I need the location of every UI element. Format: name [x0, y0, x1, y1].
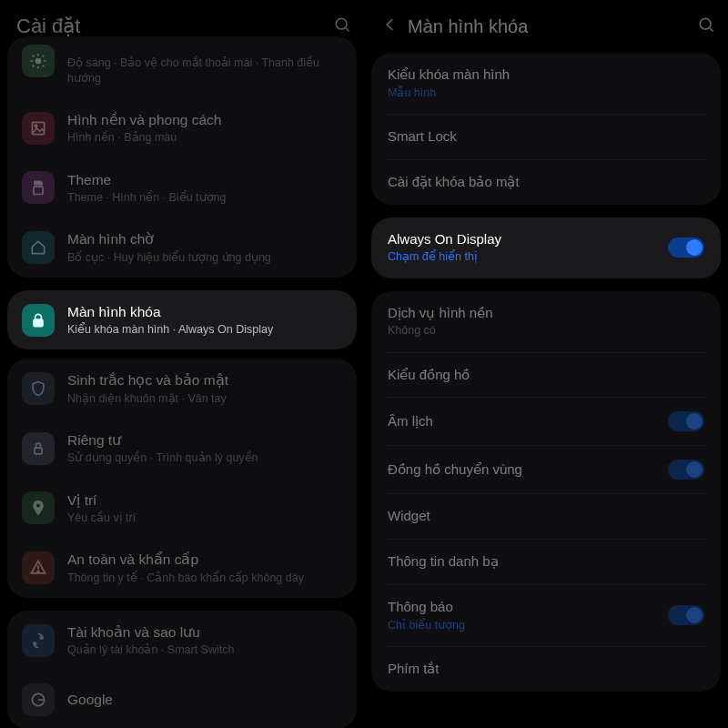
svg-point-18: [37, 571, 39, 572]
svg-point-20: [700, 18, 711, 29]
settings-item-bio[interactable]: Sinh trắc học và bảo mậtNhận diện khuôn …: [7, 359, 357, 419]
item-label: Phím tắt: [388, 661, 704, 678]
home-icon: [22, 231, 55, 264]
wallpaper-icon: [22, 112, 55, 145]
lockscreen-item-aod[interactable]: Always On DisplayChạm để hiển thị: [371, 217, 721, 278]
settings-item-loc[interactable]: Vị tríYêu cầu vị trí: [7, 479, 357, 539]
lockscreen-item-roaming[interactable]: Đồng hồ chuyển vùng: [371, 446, 721, 493]
item-label: Thông tin danh bạ: [388, 553, 704, 571]
item-sublabel: Chạm để hiển thị: [388, 249, 659, 264]
item-label: Sinh trắc học và bảo mật: [67, 371, 342, 389]
item-label: Thông báo: [388, 599, 659, 616]
svg-line-8: [43, 66, 45, 67]
lockscreen-item-notif[interactable]: Thông báoChỉ biểu tượng: [371, 585, 721, 646]
svg-point-12: [35, 125, 37, 127]
settings-item-lock[interactable]: Màn hình khóaKiểu khóa màn hình · Always…: [7, 290, 357, 350]
lockscreen-list: Kiểu khóa màn hìnhMẫu hìnhSmart LockCài …: [364, 53, 728, 692]
aod-toggle[interactable]: [668, 238, 704, 258]
item-label: Đồng hồ chuyển vùng: [388, 461, 659, 479]
goog-icon: [22, 683, 55, 716]
search-icon[interactable]: [329, 15, 351, 37]
lockscreen-item-clockstyle[interactable]: Kiểu đồng hồ: [371, 353, 721, 398]
item-label: Tài khoản và sao lưu: [67, 623, 342, 641]
lock-icon: [22, 304, 55, 337]
settings-item-home[interactable]: Màn hình chờBố cục · Huy hiệu biểu tượng…: [7, 217, 357, 278]
lockscreen-item-contact[interactable]: Thông tin danh bạ: [371, 540, 721, 584]
item-sublabel: Độ sáng · Bảo vệ cho mắt thoải mái · Tha…: [67, 56, 342, 86]
item-sublabel: Yêu cầu vị trí: [67, 511, 342, 525]
lockscreen-item-locktype[interactable]: Kiểu khóa màn hìnhMẫu hình: [371, 53, 721, 114]
page-title: Màn hình khóa: [408, 16, 693, 37]
settings-item-display[interactable]: Màn hìnhĐộ sáng · Bảo vệ cho mắt thoải m…: [7, 36, 357, 98]
theme-icon: [22, 171, 55, 204]
item-sublabel: Quản lý tài khoản · Smart Switch: [67, 642, 342, 657]
settings-pane: Cài đặt Màn hìnhĐộ sáng · Bảo vệ cho mắt…: [0, 0, 364, 728]
svg-line-21: [710, 28, 713, 32]
settings-item-theme[interactable]: ThemeTheme · Hình nền · Biểu tượng: [7, 158, 357, 218]
lockscreen-item-widget[interactable]: Widget: [371, 494, 721, 539]
back-icon[interactable]: [380, 16, 400, 36]
item-sublabel: Chỉ biểu tượng: [388, 618, 659, 632]
svg-rect-13: [34, 187, 43, 194]
item-label: Cài đặt khóa bảo mật: [388, 174, 704, 191]
svg-line-10: [43, 56, 45, 57]
settings-item-wallpaper[interactable]: Hình nền và phong cáchHình nền · Bảng mà…: [7, 98, 357, 158]
item-label: Hình nền và phong cách: [67, 111, 342, 128]
priv-icon: [22, 432, 55, 465]
svg-point-0: [336, 18, 347, 29]
item-sublabel: Kiểu khóa màn hình · Always On Display: [67, 322, 342, 337]
svg-point-2: [35, 58, 42, 65]
svg-line-1: [346, 28, 349, 32]
item-label: Google: [67, 691, 342, 708]
item-sublabel: Theme · Hình nền · Biểu tượng: [67, 190, 342, 205]
item-sublabel: Nhận diện khuôn mặt · Vân tay: [67, 391, 342, 406]
settings-item-goog[interactable]: Google: [7, 671, 357, 729]
settings-item-acct[interactable]: Tài khoản và sao lưuQuản lý tài khoản · …: [7, 611, 357, 671]
item-label: Dịch vụ hình nền: [388, 305, 704, 322]
item-sublabel: Sử dụng quyền · Trình quản lý quyền: [67, 450, 342, 465]
loc-icon: [22, 491, 55, 524]
svg-line-9: [33, 66, 35, 67]
item-label: Smart Lock: [388, 128, 704, 146]
settings-item-sos[interactable]: An toàn và khẩn cấpThông tin y tế · Cảnh…: [7, 538, 357, 598]
svg-rect-14: [34, 319, 43, 327]
lunar-toggle[interactable]: [668, 411, 704, 431]
bio-icon: [22, 372, 55, 405]
lockscreen-item-securelock[interactable]: Cài đặt khóa bảo mật: [371, 160, 721, 205]
item-label: Kiểu khóa màn hình: [388, 66, 704, 84]
item-label: Kiểu đồng hồ: [388, 367, 704, 384]
item-label: Theme: [67, 171, 342, 188]
roaming-toggle[interactable]: [668, 460, 704, 480]
display-icon: [22, 45, 55, 77]
item-label: Always On Display: [388, 231, 659, 248]
item-label: Vị trí: [67, 491, 342, 509]
sos-icon: [22, 551, 55, 584]
item-sublabel: Thông tin y tế · Cảnh báo khẩn cấp không…: [67, 571, 342, 585]
settings-list: Màn hìnhĐộ sáng · Bảo vệ cho mắt thoải m…: [0, 36, 364, 728]
svg-line-7: [33, 56, 35, 57]
lockscreen-item-lunar[interactable]: Âm lịch: [371, 398, 721, 445]
item-sublabel: Không có: [388, 323, 704, 338]
item-label: Widget: [388, 508, 704, 525]
item-sublabel: Bố cục · Huy hiệu biểu tượng ứng dụng: [67, 250, 342, 265]
item-sublabel: Mẫu hình: [388, 86, 704, 100]
notif-toggle[interactable]: [668, 605, 704, 625]
lockscreen-item-shortcut[interactable]: Phím tắt: [371, 647, 721, 692]
lockscreen-item-wallsvc[interactable]: Dịch vụ hình nềnKhông có: [371, 291, 721, 352]
lockscreen-pane: Màn hình khóa Kiểu khóa màn hìnhMẫu hình…: [364, 0, 728, 728]
item-label: Màn hình chờ: [67, 230, 342, 248]
item-sublabel: Hình nền · Bảng màu: [67, 130, 342, 145]
acct-icon: [22, 624, 55, 657]
item-label: Riêng tư: [67, 431, 342, 449]
search-icon[interactable]: [693, 15, 715, 37]
svg-point-16: [36, 504, 40, 508]
settings-item-priv[interactable]: Riêng tưSử dụng quyền · Trình quản lý qu…: [7, 419, 357, 479]
item-label: An toàn và khẩn cấp: [67, 551, 342, 568]
lockscreen-item-smartlock[interactable]: Smart Lock: [371, 115, 721, 159]
item-label: Màn hình khóa: [67, 303, 342, 320]
item-label: Âm lịch: [388, 413, 659, 430]
page-title: Cài đặt: [16, 15, 329, 38]
svg-rect-15: [35, 448, 42, 454]
lockscreen-header: Màn hình khóa: [364, 0, 728, 53]
